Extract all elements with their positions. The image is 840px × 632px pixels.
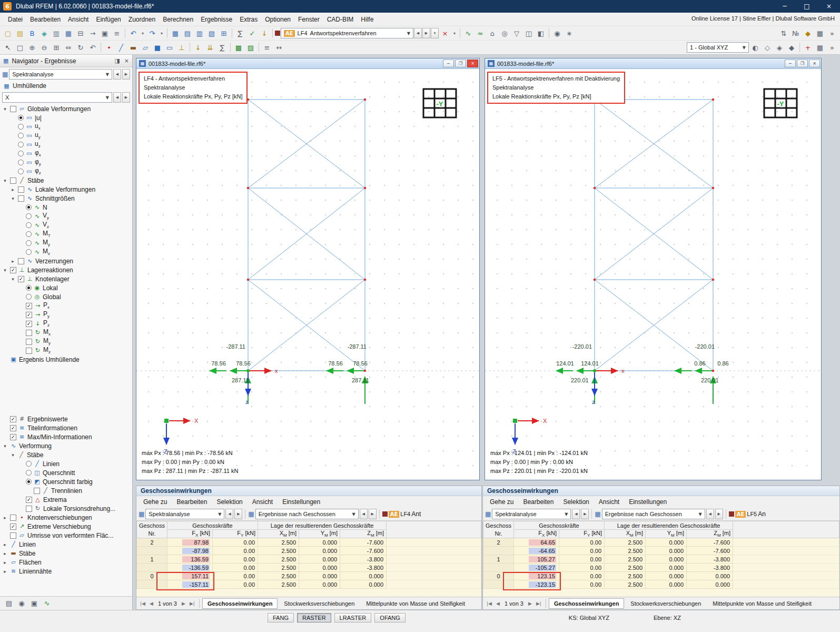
cell-fx[interactable]: -157.11 <box>167 580 213 589</box>
cell-xm[interactable]: 2.500 <box>258 572 299 580</box>
panel-menu-selektion[interactable]: Selektion <box>212 497 247 507</box>
radio-selected[interactable] <box>26 204 32 210</box>
cell-filler[interactable] <box>733 538 839 547</box>
tree-item-extrema[interactable]: ✓△Extrema <box>0 495 132 504</box>
cell-xm[interactable]: 2.500 <box>258 538 299 547</box>
radio-unselected[interactable] <box>26 222 32 228</box>
col-header-zm[interactable]: ZM [m] <box>340 530 387 538</box>
cell-fy[interactable]: 0.00 <box>213 538 258 547</box>
collapse-icon[interactable]: ▾ <box>10 196 16 201</box>
project-navigator-icon[interactable]: ▥ <box>51 27 62 39</box>
radio-unselected[interactable] <box>26 461 32 467</box>
radio-unselected[interactable] <box>18 133 24 139</box>
rotate-view-icon[interactable]: ↻ <box>75 42 86 53</box>
overflow-icon[interactable]: » <box>826 42 838 53</box>
bim-link-icon[interactable]: B <box>26 27 38 39</box>
cell-xm[interactable]: 2.500 <box>605 580 646 589</box>
cell-geschoss-nr[interactable] <box>137 580 167 589</box>
cell-zm[interactable]: -3.800 <box>340 564 387 572</box>
cell-ym[interactable]: 0.000 <box>646 555 687 564</box>
cell-zm[interactable]: -3.800 <box>340 555 387 564</box>
collapse-icon[interactable]: ▾ <box>10 452 16 458</box>
tree-item-st-be[interactable]: ▸▬Stäbe <box>0 549 132 558</box>
radio-unselected[interactable] <box>18 160 24 165</box>
cell-fx[interactable]: 87.98 <box>167 538 213 547</box>
close-button[interactable]: × <box>818 0 840 13</box>
cell-geschoss-nr[interactable]: 2 <box>137 538 167 547</box>
pin-icon[interactable]: ◨ <box>114 57 120 64</box>
table-row[interactable]: -136.590.002.5000.000-3.800 <box>137 564 481 572</box>
radio-unselected[interactable] <box>18 169 24 174</box>
cell-xm[interactable]: 2.500 <box>258 580 299 589</box>
tree-item-fl-chen[interactable]: ▸▱Flächen <box>0 558 132 567</box>
guide-lines-icon[interactable]: ≡ <box>261 42 273 53</box>
tree-item-trennlinien[interactable]: ╱Trennlinien <box>0 486 132 495</box>
dimensions-icon[interactable]: ↔ <box>273 42 285 53</box>
tree-item-knotenlager[interactable]: ▾✓⊥Knotenlager <box>0 274 132 283</box>
checkbox-unchecked[interactable] <box>18 195 24 202</box>
next-button[interactable]: ▶ <box>369 509 377 519</box>
child-window-titlebar[interactable]: ▦ 001833-model-file.rf6* ─ ❐ × <box>485 58 821 69</box>
previous-analysis-button[interactable]: ◀ <box>113 69 121 80</box>
col-header-ym[interactable]: YM [m] <box>299 530 340 538</box>
cell-filler[interactable] <box>733 580 839 589</box>
menu-fenster[interactable]: Fenster <box>294 14 323 25</box>
cell-filler[interactable] <box>387 555 481 564</box>
redo-dropdown-icon[interactable]: ▾ <box>159 27 165 39</box>
view-orientation-widget[interactable]: -Y <box>761 85 800 122</box>
check-model-icon[interactable]: ✓ <box>246 27 258 39</box>
zoom-out-icon[interactable]: ⊖ <box>38 42 50 53</box>
delete-results-icon[interactable]: × <box>439 27 451 39</box>
collapse-icon[interactable]: ▾ <box>2 106 8 112</box>
cell-fx[interactable]: -136.59 <box>167 564 213 572</box>
coordinate-system-status[interactable]: KS: Global XYZ <box>567 613 611 623</box>
expand-icon[interactable]: ▸ <box>10 187 16 192</box>
tree-item-st-be[interactable]: ▾╱Stäbe <box>0 450 132 459</box>
tree-item-querschnitt-farbig[interactable]: ◩Querschnitt farbig <box>0 477 132 486</box>
clip-icon[interactable]: ◧ <box>535 27 547 39</box>
analysis-combo[interactable]: Spektralanalyse ▼ <box>492 509 571 519</box>
radio-unselected[interactable] <box>26 249 32 255</box>
cell-geschoss-nr[interactable]: 0 <box>137 572 167 580</box>
work-plane-status[interactable]: Ebene: XZ <box>651 613 683 623</box>
data-navigator-icon[interactable]: ▤ <box>3 598 15 609</box>
radio-unselected[interactable] <box>26 240 32 246</box>
settings-icon[interactable]: ∗ <box>564 27 575 39</box>
expand-icon[interactable]: ▸ <box>2 551 8 556</box>
cell-filler[interactable] <box>733 564 839 572</box>
cell-ym[interactable]: 0.000 <box>299 547 340 555</box>
report-icon[interactable]: ≡ <box>111 27 123 39</box>
cell-ym[interactable]: 0.000 <box>646 547 687 555</box>
cell-zm[interactable]: -7.600 <box>687 547 733 555</box>
tree-item-globale-verformungen[interactable]: ▾▱Globale Verformungen <box>0 104 132 113</box>
select-window-icon[interactable]: □ <box>14 42 26 53</box>
tree-item-ergebniswerte[interactable]: ✓#Ergebniswerte <box>0 414 132 423</box>
tree-item-ergebnis-umh-llende[interactable]: ▣Ergebnis Umhüllende <box>0 355 132 364</box>
support-tool-icon[interactable]: ⊥ <box>176 42 187 53</box>
checkbox-unchecked[interactable] <box>26 330 32 336</box>
next-button[interactable]: ▶ <box>581 509 589 519</box>
solid-tool-icon[interactable]: ■ <box>152 42 163 53</box>
previous-button[interactable]: ◀ <box>225 509 233 519</box>
child-close-button[interactable]: × <box>467 60 478 67</box>
cell-fx[interactable]: 64.65 <box>514 538 559 547</box>
previous-button[interactable]: ◀ <box>360 509 368 519</box>
checkbox-checked[interactable]: ✓ <box>10 434 16 440</box>
tree-item-m-y[interactable]: ∿My <box>0 239 132 248</box>
tree-item-v-z[interactable]: ∿Vz <box>0 221 132 230</box>
expand-icon[interactable]: ▸ <box>10 259 16 264</box>
cell-ym[interactable]: 0.000 <box>646 538 687 547</box>
loadcase-combo[interactable]: AE LF4 Antwortspektrenverfahren ▼ <box>281 28 413 38</box>
table-row[interactable]: -105.270.002.5000.000-3.800 <box>483 564 839 572</box>
cell-fx[interactable]: -105.27 <box>514 564 559 572</box>
first-page-button[interactable]: |◀ <box>485 600 493 607</box>
cell-ym[interactable]: 0.000 <box>299 555 340 564</box>
cell-ym[interactable]: 0.000 <box>646 580 687 589</box>
panel-menu-ansicht[interactable]: Ansicht <box>594 497 624 507</box>
cell-xm[interactable]: 2.500 <box>605 538 646 547</box>
cell-xm[interactable]: 2.500 <box>605 572 646 580</box>
col-header-xm[interactable]: XM [m] <box>605 530 646 538</box>
tree-item-z[interactable]: ▭φz <box>0 167 132 176</box>
cell-xm[interactable]: 2.500 <box>605 555 646 564</box>
model-canvas[interactable]: x z X Z -287.11 -287.11 <box>136 69 479 480</box>
